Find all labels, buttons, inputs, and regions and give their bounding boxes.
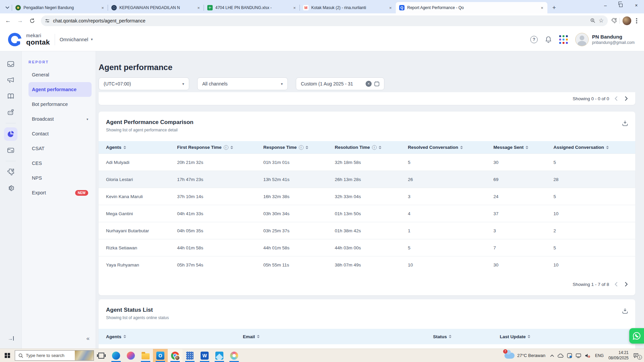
- sidebar-item-ces[interactable]: CES: [29, 156, 92, 171]
- sidebar-item-export[interactable]: ExportNEW: [29, 185, 92, 200]
- workspace-selector[interactable]: Omnichannel ▾: [60, 37, 93, 42]
- sort-icon[interactable]: [526, 146, 528, 149]
- paint-taskbar-icon[interactable]: [227, 349, 241, 362]
- sort-icon[interactable]: [460, 146, 463, 149]
- inbox-icon[interactable]: [4, 57, 17, 71]
- weather-widget[interactable]: 7 27°C Berawan: [504, 353, 545, 359]
- bookmark-star-icon[interactable]: ☆: [599, 17, 604, 24]
- chrome-taskbar-icon[interactable]: [168, 349, 182, 362]
- calculator-taskbar-icon[interactable]: [182, 349, 197, 362]
- close-tab-icon[interactable]: ×: [196, 5, 201, 10]
- prev-page-icon[interactable]: [614, 96, 618, 101]
- zoom-icon[interactable]: [590, 18, 595, 23]
- task-view-button[interactable]: [94, 349, 109, 362]
- download-icon[interactable]: [622, 120, 629, 127]
- info-icon[interactable]: i: [372, 145, 377, 150]
- edge-taskbar-icon[interactable]: [109, 349, 123, 362]
- tab-qontak-active[interactable]: Q Report Agent Performance - Qo ×: [396, 2, 547, 13]
- collapse-panel-icon[interactable]: «: [87, 335, 90, 342]
- sidebar-item-contact[interactable]: Contact: [29, 126, 92, 141]
- tab-pengadilan[interactable]: Pengadilan Negeri Bandung ×: [12, 2, 108, 13]
- word-taskbar-icon[interactable]: W: [197, 349, 212, 362]
- volume-muted-icon[interactable]: [585, 353, 590, 358]
- onedrive-icon[interactable]: [557, 353, 564, 358]
- url-text[interactable]: chat.qontak.com/reports/agent_performanc…: [53, 18, 587, 23]
- sort-icon[interactable]: [123, 335, 126, 338]
- close-tab-icon[interactable]: ×: [100, 5, 105, 10]
- sort-icon[interactable]: [306, 146, 308, 149]
- date-range-picker[interactable]: Custom (1 Aug 2025 - 31 ×: [296, 77, 384, 90]
- browser-menu-icon[interactable]: [636, 20, 637, 21]
- restore-button[interactable]: [613, 0, 629, 11]
- sort-icon[interactable]: [379, 146, 381, 149]
- forward-button[interactable]: →: [15, 15, 25, 26]
- sort-icon[interactable]: [123, 146, 126, 149]
- apps-grid-icon[interactable]: [559, 35, 568, 44]
- site-settings-icon[interactable]: [45, 18, 50, 23]
- wallet-icon[interactable]: [4, 143, 17, 157]
- sidebar-item-agent-performance[interactable]: Agent performance: [29, 82, 92, 97]
- prev-page-icon[interactable]: [614, 282, 618, 287]
- knowledge-book-icon[interactable]: [4, 89, 17, 103]
- next-page-icon[interactable]: [625, 96, 628, 101]
- tab-kepegawaian[interactable]: KEPEGAWAIAN PENGADILAN N ×: [108, 2, 204, 13]
- sort-icon[interactable]: [606, 146, 609, 149]
- copilot-taskbar-icon[interactable]: [123, 349, 138, 362]
- user-menu[interactable]: PN Bandung pnbandung@gmail.com: [575, 33, 635, 46]
- reports-pie-chart-icon[interactable]: [4, 127, 17, 141]
- sidebar-item-general[interactable]: General: [29, 67, 92, 82]
- info-icon[interactable]: i: [224, 145, 228, 150]
- clear-date-icon[interactable]: ×: [366, 81, 372, 87]
- tab-spreadsheet[interactable]: 4704 LHE PN BANDUNG.xlsx - ×: [204, 2, 300, 13]
- col-resolved: Resolved Conversation: [408, 145, 458, 150]
- help-icon[interactable]: ?: [530, 36, 538, 43]
- profile-avatar[interactable]: [623, 16, 631, 25]
- sidebar-item-bot-performance[interactable]: Bot performance: [29, 97, 92, 112]
- settings-gear-icon[interactable]: [4, 181, 17, 195]
- sort-icon[interactable]: [528, 335, 530, 338]
- tab-search-icon[interactable]: [3, 2, 12, 13]
- cell-sent: 37: [493, 211, 553, 216]
- sidebar-item-csat[interactable]: CSAT: [29, 141, 92, 156]
- broadcast-megaphone-icon[interactable]: [4, 73, 17, 87]
- omnibox[interactable]: chat.qontak.com/reports/agent_performanc…: [41, 15, 608, 26]
- outlook-taskbar-icon[interactable]: O: [153, 349, 168, 362]
- notifications-bell-icon[interactable]: [545, 36, 552, 43]
- bot-robot-icon[interactable]: [4, 106, 17, 119]
- new-tab-button[interactable]: +: [549, 3, 559, 12]
- start-button[interactable]: [0, 349, 15, 362]
- expand-rail-icon[interactable]: →: [8, 336, 14, 341]
- photos-taskbar-icon[interactable]: [212, 349, 227, 362]
- close-tab-icon[interactable]: ×: [539, 5, 545, 10]
- sidebar-item-broadcast[interactable]: Broadcast▾: [29, 112, 92, 126]
- channel-select[interactable]: All channels ▾: [197, 77, 288, 90]
- tab-gmail[interactable]: M Kotak Masuk (2) - rina.nurlianti ×: [300, 2, 396, 13]
- taskbar-clock[interactable]: 14:21 08/09/2025: [608, 350, 629, 361]
- close-window-button[interactable]: ×: [629, 0, 644, 11]
- close-tab-icon[interactable]: ×: [388, 5, 393, 10]
- sort-icon[interactable]: [257, 335, 260, 338]
- minimize-button[interactable]: –: [598, 0, 613, 11]
- sort-icon[interactable]: [230, 146, 233, 149]
- reload-button[interactable]: [27, 15, 38, 26]
- network-icon[interactable]: [576, 353, 581, 358]
- next-page-icon[interactable]: [625, 282, 628, 287]
- sort-icon[interactable]: [449, 335, 451, 338]
- close-tab-icon[interactable]: ×: [292, 5, 297, 10]
- notification-center-button[interactable]: 1: [633, 353, 641, 358]
- show-hidden-icons-chevron[interactable]: [550, 354, 554, 357]
- screen: Pengadilan Negeri Bandung × KEPEGAWAIAN …: [0, 0, 644, 362]
- timezone-select[interactable]: (UTC+07:00) ▾: [99, 77, 189, 90]
- info-icon[interactable]: i: [299, 145, 304, 150]
- whatsapp-widget-button[interactable]: [629, 328, 644, 344]
- teams-icon[interactable]: [567, 353, 572, 358]
- file-explorer-taskbar-icon[interactable]: [138, 349, 153, 362]
- back-button[interactable]: ←: [3, 15, 13, 26]
- language-indicator[interactable]: ENG: [595, 353, 604, 358]
- extensions-icon[interactable]: [611, 18, 617, 23]
- search-highlight-image[interactable]: [75, 351, 94, 360]
- integrations-puzzle-icon[interactable]: [4, 165, 17, 179]
- download-icon[interactable]: [622, 307, 629, 314]
- taskbar-search[interactable]: Type here to search: [15, 350, 94, 361]
- sidebar-item-nps[interactable]: NPS: [29, 171, 92, 185]
